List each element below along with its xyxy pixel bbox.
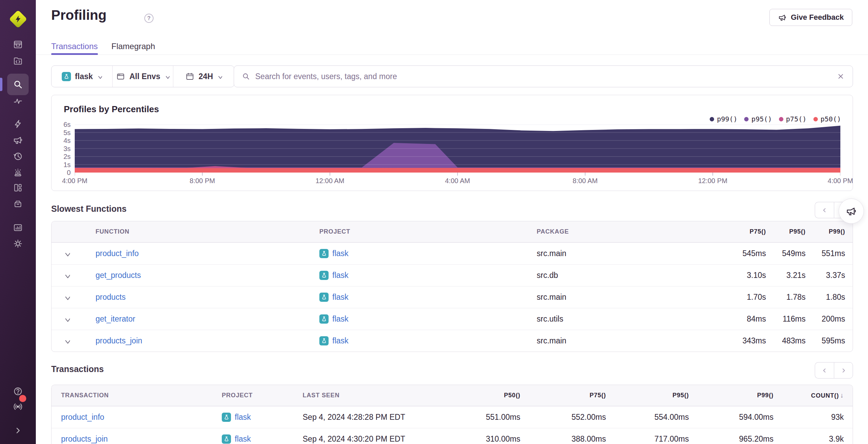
tab-transactions[interactable]: Transactions xyxy=(51,38,98,55)
package-cell: src.db xyxy=(537,271,726,280)
transactions-heading: Transactions xyxy=(51,364,104,374)
column-p95: P95() xyxy=(606,392,689,399)
sidebar-item-releases[interactable] xyxy=(7,195,29,212)
expand-row-button[interactable] xyxy=(60,312,73,326)
page-help-icon[interactable]: ? xyxy=(144,14,154,23)
environment-filter-value: All Envs xyxy=(129,72,160,81)
project-link[interactable]: flask xyxy=(332,271,348,280)
flask-project-icon xyxy=(222,413,231,422)
function-link[interactable]: get_iterator xyxy=(96,314,319,324)
date-range-filter-value: 24H xyxy=(199,72,213,81)
project-link[interactable]: flask xyxy=(332,336,348,345)
chevron-down-icon xyxy=(164,74,170,79)
sidebar-item-alerts[interactable] xyxy=(7,164,29,180)
expand-row-button[interactable] xyxy=(60,334,73,348)
search-placeholder: Search for events, users, tags, and more xyxy=(255,72,831,81)
profiling-page: Profiling ? Give Feedback Transactions F… xyxy=(0,0,868,444)
page-filter-bar: flask All Envs 24H xyxy=(51,65,234,87)
previous-page-button[interactable] xyxy=(815,202,834,218)
sentry-logo[interactable] xyxy=(9,10,28,29)
y-tick-label: 4s xyxy=(63,137,71,145)
flask-project-icon xyxy=(222,434,231,444)
date-range-filter[interactable]: 24H xyxy=(173,66,234,87)
x-tick-label: 4:00 AM xyxy=(445,177,470,185)
legend-item-p99[interactable]: p99() xyxy=(710,115,737,123)
package-cell: src.main xyxy=(537,293,726,302)
floating-feedback-button[interactable] xyxy=(839,198,864,224)
sidebar-item-dashboards[interactable] xyxy=(7,179,29,196)
function-link[interactable]: product_info xyxy=(96,249,319,258)
project-link[interactable]: flask xyxy=(332,314,348,324)
chart-legend: p99() p95() p75() p50() xyxy=(710,115,841,123)
project-link[interactable]: flask xyxy=(235,434,251,444)
lightning-bolt-icon xyxy=(14,15,23,24)
y-tick-label: 6s xyxy=(63,121,71,129)
expand-row-button[interactable] xyxy=(60,247,73,261)
previous-page-button[interactable] xyxy=(815,362,834,379)
sidebar-item-traces[interactable] xyxy=(7,92,29,109)
sidebar-item-replays[interactable] xyxy=(7,148,29,164)
p75-cell: 84ms xyxy=(726,314,766,324)
sidebar-item-settings[interactable] xyxy=(7,235,29,252)
search-icon xyxy=(242,72,250,81)
p75-cell: 552.00ms xyxy=(520,413,606,422)
last-seen-cell: Sep 4, 2024 4:30:20 PM EDT xyxy=(303,434,452,444)
chart-plot-area[interactable] xyxy=(75,124,840,176)
next-page-button[interactable] xyxy=(834,362,853,379)
y-tick-label: 1s xyxy=(63,161,71,169)
replay-clock-icon xyxy=(13,151,23,162)
legend-item-p50[interactable]: p50() xyxy=(813,115,841,123)
project-filter[interactable]: flask xyxy=(52,66,112,87)
p95-cell: 1.78s xyxy=(766,293,806,302)
chart-x-axis: 4:00 PM8:00 PM12:00 AM4:00 AM8:00 AM12:0… xyxy=(75,177,840,186)
project-link[interactable]: flask xyxy=(332,249,348,258)
expand-row-button[interactable] xyxy=(60,291,73,304)
environment-filter[interactable]: All Envs xyxy=(112,66,173,87)
p99-cell: 551ms xyxy=(806,249,845,258)
search-input[interactable]: Search for events, users, tags, and more xyxy=(234,65,853,87)
clear-search-icon[interactable] xyxy=(836,72,845,81)
p95-cell: 549ms xyxy=(766,249,806,258)
sidebar-item-explore[interactable] xyxy=(7,74,29,95)
bar-chart-icon xyxy=(13,222,23,233)
tab-flamegraph[interactable]: Flamegraph xyxy=(112,38,155,55)
project-link[interactable]: flask xyxy=(332,293,348,302)
give-feedback-button[interactable]: Give Feedback xyxy=(769,9,852,26)
table-row: get_iterator flask src.utils 84ms 116ms … xyxy=(52,308,853,330)
chevron-down-icon xyxy=(97,74,102,79)
sidebar-item-stats[interactable] xyxy=(7,219,29,236)
sidebar-item-performance[interactable] xyxy=(7,116,29,132)
function-link[interactable]: products_join xyxy=(96,336,319,345)
p99-cell: 595ms xyxy=(806,336,845,345)
sidebar-item-feedback[interactable] xyxy=(7,132,29,148)
expand-row-button[interactable] xyxy=(60,269,73,282)
transaction-link[interactable]: product_info xyxy=(61,413,222,422)
p75-cell: 388.00ms xyxy=(520,434,606,444)
legend-item-p95[interactable]: p95() xyxy=(744,115,772,123)
legend-dot xyxy=(779,117,783,121)
chevron-right-icon xyxy=(841,368,847,373)
transaction-link[interactable]: products_join xyxy=(61,434,222,444)
gear-icon xyxy=(13,238,23,249)
p99-cell: 200ms xyxy=(806,314,845,324)
project-filter-value: flask xyxy=(75,72,93,81)
function-link[interactable]: get_products xyxy=(96,271,319,280)
column-p99: P99() xyxy=(689,392,773,399)
chevron-down-icon xyxy=(63,316,70,322)
legend-item-p75[interactable]: p75() xyxy=(779,115,807,123)
page-title: Profiling xyxy=(51,8,106,23)
sidebar-collapse-button[interactable] xyxy=(7,422,29,439)
table-row: product_info flask Sep 4, 2024 4:28:28 P… xyxy=(52,406,853,428)
project-link[interactable]: flask xyxy=(235,413,251,422)
chevron-down-icon xyxy=(63,272,70,279)
column-count-sort[interactable]: COUNT()↓ xyxy=(773,392,844,399)
slowest-functions-table: FUNCTION PROJECT PACKAGE P75() P95() P99… xyxy=(51,221,853,352)
function-link[interactable]: products xyxy=(96,293,319,302)
chevron-left-icon xyxy=(822,207,827,213)
p99-cell: 1.80s xyxy=(806,293,845,302)
sidebar-item-issues[interactable] xyxy=(7,36,29,53)
legend-dot xyxy=(710,117,714,121)
flask-project-icon xyxy=(319,249,329,258)
column-p99: P99() xyxy=(806,228,845,235)
sidebar-item-projects[interactable] xyxy=(7,53,29,69)
